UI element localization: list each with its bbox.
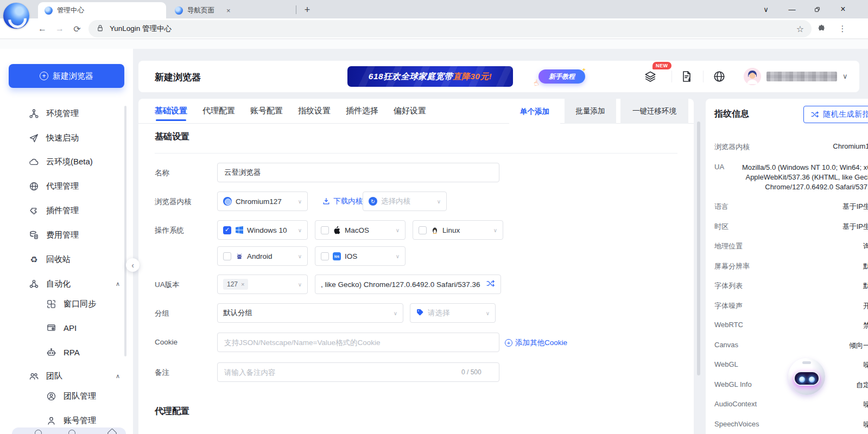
kernel-select[interactable]: Chromium127 ∨	[217, 192, 308, 211]
mode-single-add[interactable]: 单个添加	[509, 99, 560, 124]
chevron-down-icon: ∨	[486, 310, 490, 316]
tab-proxy-config[interactable]: 代理配置	[202, 99, 235, 124]
os-option-label: Android	[247, 252, 273, 260]
robot-mascot[interactable]	[788, 358, 825, 395]
extensions-puzzle-icon[interactable]	[815, 22, 828, 35]
sidebar-item-window-sync[interactable]: 窗口同步	[0, 297, 128, 311]
linux-penguin-icon	[430, 226, 439, 234]
checkbox-icon[interactable]	[223, 252, 231, 260]
select-kernel-dropdown[interactable]: ↻ 选择内核 ∨	[363, 192, 447, 211]
browser-tab-active[interactable]: 管理中心	[38, 2, 166, 18]
tab-title: 导航页面	[187, 6, 214, 15]
sidebar-item-rpa[interactable]: RPA	[0, 345, 128, 359]
shuffle-ua-icon[interactable]	[486, 279, 495, 290]
sidebar-item-api[interactable]: API	[0, 321, 128, 335]
sparkle-icon: ✦	[582, 67, 586, 73]
os-option-linux[interactable]: Linux ∨	[413, 220, 503, 240]
close-tab-icon[interactable]: ×	[226, 7, 231, 15]
ua-string-field[interactable]: , like Gecko) Chrome/127.0.6492.0 Safari…	[315, 275, 501, 294]
promo-banner[interactable]: 618狂欢全球家庭宽带 直降30元!	[347, 66, 513, 87]
os-option-android[interactable]: Android ∨	[217, 246, 308, 266]
layers-icon[interactable]	[643, 69, 657, 84]
remove-tag-icon[interactable]: ×	[241, 281, 244, 288]
checkbox-icon[interactable]	[321, 252, 329, 260]
back-icon[interactable]: ←	[36, 22, 49, 35]
sidebar-item-team[interactable]: 团队 ∧	[0, 369, 128, 383]
sidebar-item-recycle[interactable]: ♻ 回收站	[0, 252, 128, 266]
tab-plugin-select[interactable]: 插件选择	[346, 99, 378, 124]
caret-up-icon[interactable]: ∧	[116, 373, 120, 380]
new-tab-button[interactable]: +	[300, 3, 314, 17]
chevron-down-icon: ∨	[298, 253, 302, 259]
tab-fingerprint-settings[interactable]: 指纹设置	[298, 99, 331, 124]
language-globe-icon[interactable]	[712, 69, 726, 84]
sidebar-bottom-bar[interactable]	[12, 427, 126, 434]
os-option-ios[interactable]: ios IOS ∨	[315, 246, 406, 266]
sidebar-item-environment[interactable]: 环境管理	[0, 106, 128, 120]
sidebar-item-label: 云环境(Beta)	[46, 157, 93, 167]
content-scrollbar[interactable]	[697, 122, 700, 375]
remark-input[interactable]	[217, 362, 499, 382]
sidebar-item-plugins[interactable]: 插件管理	[0, 203, 128, 218]
mode-batch-add[interactable]: 批量添加	[565, 99, 616, 124]
address-bar[interactable]: YunLogin 管理中心 ☆	[88, 20, 812, 37]
os-option-macos[interactable]: MacOS ∨	[315, 220, 406, 240]
checkbox-checked-icon[interactable]	[223, 226, 231, 234]
tab-preferences[interactable]: 偏好设置	[394, 99, 426, 124]
window-minimize-icon[interactable]: —	[780, 0, 804, 18]
window-close-icon[interactable]: ×	[831, 0, 856, 18]
sidebar-item-account-manage[interactable]: 账号管理	[0, 413, 128, 427]
name-input[interactable]	[217, 163, 499, 182]
add-cookie-link[interactable]: + 添加其他Cookie	[505, 338, 567, 348]
tutorial-badge[interactable]: 新手教程 ✦	[538, 69, 585, 84]
bookmark-star-icon[interactable]: ☆	[796, 24, 804, 34]
ua-version-select[interactable]: 127 × ∨	[217, 275, 308, 294]
chevron-up-icon[interactable]	[107, 428, 117, 434]
shuffle-icon	[810, 110, 819, 119]
window-chevron-icon[interactable]: ∨	[753, 0, 778, 18]
new-browser-button[interactable]: + 新建浏览器	[9, 64, 124, 88]
sidebar-item-cloud-env[interactable]: 云环境(Beta)	[0, 155, 128, 169]
sidebar-item-quick-launch[interactable]: 快速启动	[0, 131, 128, 145]
tab-basic-settings[interactable]: 基础设置	[155, 99, 187, 124]
document-transfer-icon[interactable]	[680, 69, 694, 84]
ua-version-tag[interactable]: 127 ×	[223, 279, 248, 290]
window-sync-icon	[46, 299, 56, 309]
sidebar-item-proxy[interactable]: 代理管理	[0, 179, 128, 193]
sidebar-collapse-button[interactable]: ‹	[126, 258, 140, 272]
sidebar-item-billing[interactable]: 费用管理	[0, 228, 128, 242]
sidebar-item-automation[interactable]: 自动化 ∧	[0, 277, 128, 291]
os-option-windows[interactable]: Windows 10 ∨	[217, 220, 308, 240]
tag-select[interactable]: 请选择 ∨	[410, 303, 496, 323]
sidebar-scrollbar[interactable]	[124, 106, 126, 356]
headset-icon[interactable]	[68, 430, 75, 434]
sidebar-item-label: 团队管理	[64, 391, 96, 401]
checkbox-icon[interactable]	[419, 226, 427, 234]
cookie-input[interactable]	[217, 333, 499, 352]
download-kernel-link[interactable]: 下载内核	[322, 196, 363, 206]
banner-text: 618狂欢全球家庭宽带	[369, 71, 453, 82]
android-icon	[235, 252, 243, 260]
sidebar-item-label: 插件管理	[46, 206, 79, 216]
tab-account-config[interactable]: 账号配置	[250, 99, 283, 124]
window-restore-icon[interactable]	[804, 0, 829, 18]
browser-tab-inactive[interactable]: 导航页面 ×	[168, 2, 291, 18]
browser-tabstrip: 管理中心 导航页面 × + ∨ — ×	[0, 0, 868, 18]
puzzle-icon	[29, 206, 39, 216]
reload-icon[interactable]: ⟳	[71, 22, 84, 35]
chevron-down-icon[interactable]: ∨	[842, 72, 848, 80]
sidebar-item-team-manage[interactable]: 团队管理	[0, 389, 128, 403]
regenerate-fingerprint-button[interactable]: 随机生成新指纹	[803, 106, 868, 123]
avatar[interactable]	[744, 68, 761, 85]
sidebar-item-label: 窗口同步	[64, 299, 96, 309]
automation-icon	[29, 279, 39, 289]
cookie-label: Cookie	[155, 338, 178, 346]
forward-icon[interactable]: →	[53, 22, 66, 35]
browser-menu-icon[interactable]: ⋮	[836, 22, 849, 35]
person-icon[interactable]	[35, 430, 42, 434]
group-select-value: 默认分组	[223, 308, 252, 318]
mode-migrate-env[interactable]: 一键迁移环境	[620, 99, 688, 124]
caret-up-icon[interactable]: ∧	[116, 280, 120, 288]
checkbox-icon[interactable]	[321, 226, 329, 234]
group-select[interactable]: 默认分组 ∨	[217, 303, 403, 323]
